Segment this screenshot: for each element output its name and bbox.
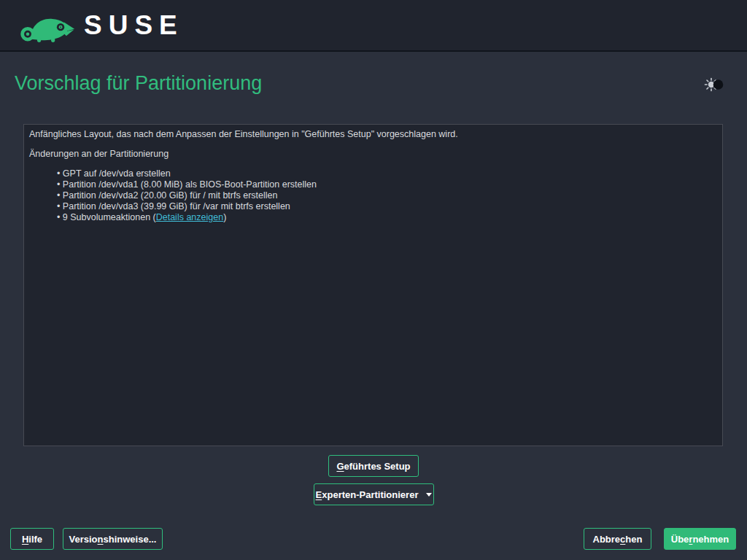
accept-button[interactable]: Übernehmen — [664, 528, 736, 550]
subvolumes-suffix: ) — [223, 212, 226, 222]
action-item: GPT auf /dev/vda erstellen — [57, 168, 717, 179]
intro-text: Anfängliches Layout, das nach dem Anpass… — [29, 129, 717, 139]
page-title: Vorschlag für Partitionierung — [15, 72, 262, 95]
topbar: SUSE — [0, 0, 747, 52]
changes-heading: Änderungen an der Partitionierung — [29, 149, 717, 159]
guided-setup-button[interactable]: Geführtes Setup — [328, 455, 419, 477]
expert-label-mnemonic: E — [316, 489, 322, 500]
brand-text: SUSE — [84, 12, 184, 39]
details-link[interactable]: Details anzeigen — [156, 212, 223, 222]
help-label: ilfe — [28, 534, 42, 545]
chevron-down-icon — [426, 493, 432, 497]
guided-setup-label: eführtes Setup — [344, 461, 411, 472]
subvolumes-prefix: 9 Subvolumeaktionen ( — [63, 212, 156, 222]
action-item: Partition /dev/vda1 (8.00 MiB) als BIOS-… — [57, 179, 717, 190]
expert-partitioner-button[interactable]: Experten-Partitionierer — [314, 483, 434, 505]
suse-logo: SUSE — [18, 8, 184, 43]
theme-toggle-button[interactable] — [703, 76, 725, 96]
relnotes-label-mnemonic: n — [98, 534, 104, 545]
relnotes-label-pre: Versio — [69, 534, 98, 545]
partitioning-actions-list: GPT auf /dev/vda erstellen Partition /de… — [29, 168, 717, 223]
cancel-label: hen — [625, 534, 642, 545]
action-item: Partition /dev/vda3 (39.99 GiB) für /var… — [57, 201, 717, 212]
guided-setup-label-mnemonic: G — [336, 461, 344, 472]
accept-label: nehmen — [692, 534, 729, 545]
installer-window: SUSE Vorschlag für Partitionierung Anfän… — [0, 0, 747, 560]
cancel-label-pre: Abbre — [593, 534, 621, 545]
relnotes-label: shinweise... — [104, 534, 157, 545]
cancel-button[interactable]: Abbrechen — [584, 528, 651, 550]
help-button[interactable]: Hilfe — [10, 528, 54, 550]
release-notes-button[interactable]: Versionshinweise... — [63, 528, 163, 550]
action-item-subvolumes: 9 Subvolumeaktionen (Details anzeigen) — [57, 212, 717, 223]
chameleon-icon — [18, 8, 75, 43]
sun-moon-icon — [703, 76, 725, 93]
action-item: Partition /dev/vda2 (20.00 GiB) für / mi… — [57, 190, 717, 201]
help-label-mnemonic: H — [22, 534, 28, 545]
accept-label-pre: Übe — [671, 534, 689, 545]
expert-label: xperten-Partitionierer — [322, 489, 418, 500]
proposal-summary-panel: Anfängliches Layout, das nach dem Anpass… — [23, 124, 723, 446]
